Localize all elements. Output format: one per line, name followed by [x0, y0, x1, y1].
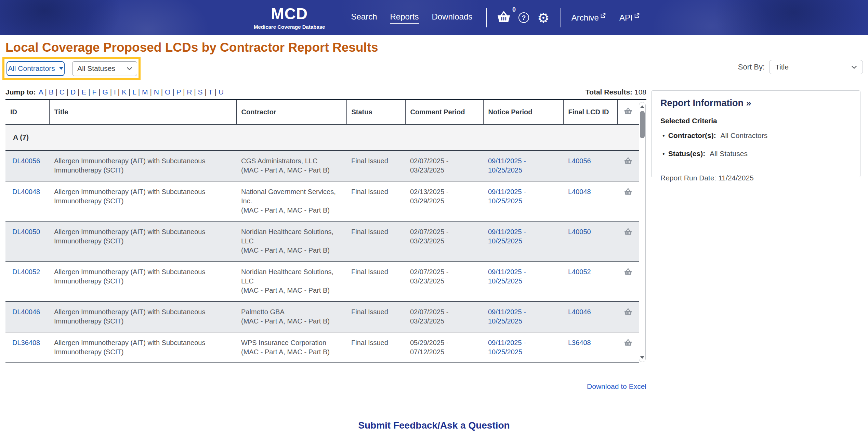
logo-subtitle: Medicare Coverage Database — [254, 24, 325, 30]
add-to-basket-button[interactable] — [624, 228, 632, 237]
table-row: DL40050 Allergen Immunotherapy (AIT) wit… — [5, 221, 639, 261]
add-to-basket-button[interactable] — [624, 188, 632, 196]
nav-link-reports[interactable]: Reports — [390, 12, 419, 24]
status-cell: Final Issued — [346, 301, 405, 332]
mcd-logo[interactable]: MCD Medicare Coverage Database — [254, 6, 325, 30]
status-cell: Final Issued — [346, 150, 405, 181]
nav-divider — [486, 8, 487, 27]
proposed-lcd-id-link[interactable]: DL40050 — [12, 228, 40, 236]
notice-period-link[interactable]: 09/11/2025 -10/25/2025 — [488, 227, 558, 246]
column-header-title: Title — [49, 100, 236, 124]
notice-period-link[interactable]: 09/11/2025 -10/25/2025 — [488, 187, 558, 206]
total-results: Total Results: 108 — [586, 88, 646, 96]
proposed-lcd-id-link[interactable]: DL36408 — [12, 339, 40, 346]
primary-nav: Search Reports Downloads — [351, 12, 472, 24]
lcd-title: Allergen Immunotherapy (AIT) with Subcut… — [49, 332, 236, 363]
notice-period-link[interactable]: 09/11/2025 -10/25/2025 — [488, 338, 558, 357]
jump-letter[interactable]: K — [116, 88, 127, 96]
column-header-status: Status — [346, 100, 405, 124]
jump-letter[interactable]: P — [170, 88, 181, 96]
status-cell: Final Issued — [346, 332, 405, 363]
download-to-excel-link[interactable]: Download to Excel — [587, 382, 646, 390]
final-lcd-id-link[interactable]: L40046 — [568, 308, 591, 316]
column-header-basket — [617, 100, 639, 124]
status-cell: Final Issued — [346, 261, 405, 301]
proposed-lcd-id-link[interactable]: DL40046 — [12, 308, 40, 316]
jump-letter[interactable]: N — [148, 88, 159, 96]
selected-criteria-heading: Selected Criteria — [660, 117, 851, 125]
jump-letter[interactable]: T — [203, 88, 213, 96]
jump-letter[interactable]: R — [181, 88, 192, 96]
jump-letter[interactable]: G — [96, 88, 108, 96]
table-scrollbar[interactable] — [639, 102, 646, 362]
external-link-icon — [634, 13, 640, 18]
final-lcd-id-link[interactable]: L40048 — [568, 188, 591, 195]
final-lcd-cell: L40056 — [563, 150, 617, 181]
jump-letter[interactable]: F — [86, 88, 96, 96]
filters-highlight-box: All Contractors All Statuses — [2, 57, 141, 80]
scroll-down-arrow[interactable] — [640, 356, 644, 359]
add-to-basket-button[interactable] — [624, 339, 632, 347]
lcd-title: Allergen Immunotherapy (AIT) with Subcut… — [49, 221, 236, 261]
jump-letter[interactable]: C — [54, 88, 65, 96]
scrollbar-thumb[interactable] — [640, 111, 645, 138]
jump-letter[interactable]: O — [159, 88, 170, 96]
report-information-heading[interactable]: Report Information » — [660, 98, 851, 109]
notice-period-link[interactable]: 09/11/2025 -10/25/2025 — [488, 267, 558, 286]
proposed-lcd-id-link[interactable]: DL40048 — [12, 188, 40, 195]
add-to-basket-button[interactable] — [624, 308, 632, 317]
status-cell: Final Issued — [346, 221, 405, 261]
comment-period-cell: 02/07/2025 -03/23/2025 — [405, 221, 483, 261]
notice-period-cell: 09/11/2025 -10/25/2025 — [483, 221, 563, 261]
final-lcd-cell: L40048 — [563, 181, 617, 221]
sort-by-select[interactable]: Title — [769, 60, 863, 74]
jump-letter[interactable]: L — [127, 88, 136, 96]
jump-letter[interactable]: B — [43, 88, 54, 96]
lcd-title: Allergen Immunotherapy (AIT) with Subcut… — [49, 261, 236, 301]
archive-link[interactable]: Archive — [571, 13, 606, 23]
final-lcd-cell: L40052 — [563, 261, 617, 301]
nav-link-search[interactable]: Search — [351, 12, 377, 24]
final-lcd-cell: L36408 — [563, 332, 617, 363]
final-lcd-id-link[interactable]: L40050 — [568, 228, 591, 236]
section-label: A (7) — [5, 124, 639, 150]
api-link[interactable]: API — [619, 13, 640, 23]
top-nav-bar: MCD Medicare Coverage Database Search Re… — [0, 0, 868, 35]
submit-feedback-link[interactable]: Submit Feedback/Ask a Question — [358, 420, 510, 431]
column-header-notice-period: Notice Period — [483, 100, 563, 124]
basket-button[interactable]: 0 — [497, 11, 511, 24]
final-lcd-id-link[interactable]: L36408 — [568, 339, 591, 346]
gear-icon[interactable] — [537, 11, 550, 25]
report-information-panel: Report Information » Selected Criteria •… — [651, 90, 860, 177]
jump-letter[interactable]: E — [76, 88, 86, 96]
page-title: Local Coverage Proposed LCDs by Contract… — [5, 40, 868, 55]
jump-letter[interactable]: M — [136, 88, 148, 96]
jump-letter[interactable]: I — [108, 88, 116, 96]
lcd-title: Allergen Immunotherapy (AIT) with Subcut… — [49, 181, 236, 221]
help-icon[interactable] — [518, 12, 529, 23]
final-lcd-id-link[interactable]: L40056 — [568, 157, 591, 165]
notice-period-cell: 09/11/2025 -10/25/2025 — [483, 181, 563, 221]
comment-period-cell: 02/07/2025 -03/23/2025 — [405, 261, 483, 301]
contractor-cell: CGS Administrators, LLC(MAC - Part A, MA… — [236, 150, 346, 181]
jump-letter[interactable]: A — [39, 88, 43, 96]
jump-letter[interactable]: U — [213, 88, 224, 96]
notice-period-cell: 09/11/2025 -10/25/2025 — [483, 332, 563, 363]
nav-link-downloads[interactable]: Downloads — [432, 12, 473, 24]
statuses-select[interactable]: All Statuses — [72, 61, 137, 76]
contractors-dropdown[interactable]: All Contractors — [6, 61, 65, 76]
add-to-basket-button[interactable] — [624, 268, 632, 277]
table-row: DL40052 Allergen Immunotherapy (AIT) wit… — [5, 261, 639, 301]
final-lcd-id-link[interactable]: L40052 — [568, 268, 591, 276]
jump-letter[interactable]: D — [65, 88, 76, 96]
add-to-basket-button[interactable] — [624, 157, 632, 166]
notice-period-link[interactable]: 09/11/2025 -10/25/2025 — [488, 156, 558, 175]
notice-period-link[interactable]: 09/11/2025 -10/25/2025 — [488, 307, 558, 326]
proposed-lcd-id-link[interactable]: DL40056 — [12, 157, 40, 165]
scroll-up-arrow[interactable] — [640, 105, 644, 108]
jump-to-label: Jump to: — [5, 88, 36, 96]
results-table: ID Title Contractor Status Comment Perio… — [5, 100, 639, 363]
proposed-lcd-id-link[interactable]: DL40052 — [12, 268, 40, 276]
jump-letter[interactable]: S — [192, 88, 202, 96]
comment-period-cell: 02/13/2025 -03/29/2025 — [405, 181, 483, 221]
